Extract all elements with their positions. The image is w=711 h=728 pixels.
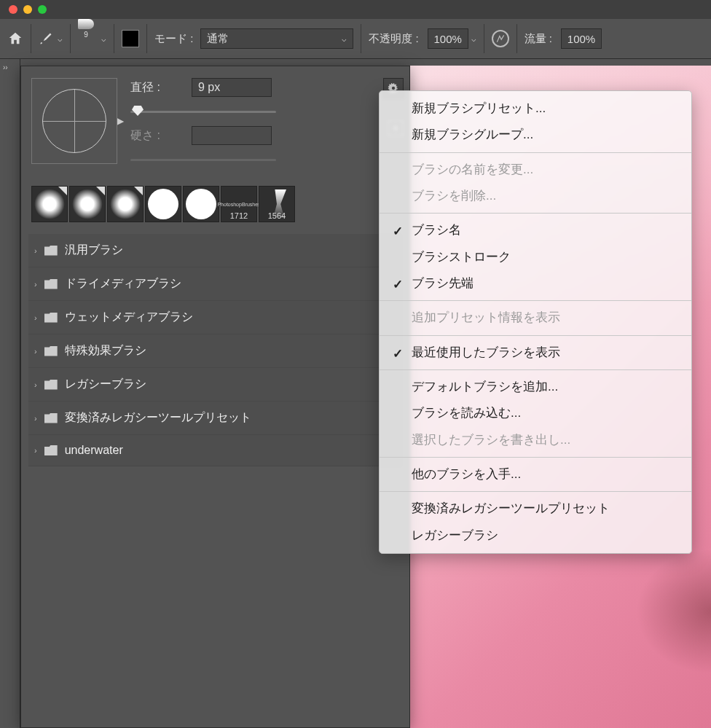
folder-icon [44, 279, 58, 289]
folder-icon [44, 313, 58, 323]
folder-label: underwater [65, 444, 123, 457]
close-window-button[interactable] [9, 5, 17, 14]
chevron-right-icon: › [34, 313, 37, 322]
folder-icon [44, 246, 58, 256]
recent-brushes-row: PhotoshopBrushes17121564 [21, 186, 409, 222]
chevron-right-icon: › [34, 280, 37, 289]
flyout-item-label: ブラシ名 [412, 223, 461, 237]
folder-label: ウェットメディアブラシ [65, 310, 193, 325]
flyout-menu-item[interactable]: デフォルトブラシを追加... [380, 374, 691, 400]
brush-folder-row[interactable]: ›レガシーブラシ [28, 368, 402, 402]
flyout-item-label: デフォルトブラシを追加... [412, 380, 558, 394]
brush-panel-flyout-menu: 新規ブラシプリセット...新規ブラシグループ...ブラシの名前を変更...ブラシ… [379, 90, 692, 554]
chevron-down-icon: ⌵ [342, 34, 347, 44]
chevron-right-icon: › [34, 414, 37, 423]
flyout-item-label: 追加プリセット情報を表示 [412, 310, 560, 324]
recent-brush-thumb[interactable]: PhotoshopBrushes1712 [221, 186, 257, 222]
folder-icon [44, 380, 58, 390]
check-icon: ✓ [393, 345, 403, 364]
flyout-menu-item: 追加プリセット情報を表示 [380, 305, 691, 331]
chevron-right-icon: › [34, 246, 37, 255]
folder-label: 汎用ブラシ [65, 243, 123, 258]
recent-brush-thumb[interactable] [31, 186, 68, 222]
flyout-menu-item: ブラシを削除... [380, 183, 691, 209]
minimize-window-button[interactable] [23, 5, 32, 14]
flyout-menu-item[interactable]: 他のブラシを入手... [380, 461, 691, 488]
recent-brush-thumb[interactable] [107, 186, 144, 222]
folder-label: 変換済みレガシーツールプリセット [65, 410, 251, 426]
blend-mode-value: 通常 [207, 32, 229, 46]
flyout-menu-item[interactable]: ✓ブラシ先端 [380, 270, 691, 297]
folder-label: 特殊効果ブラシ [65, 343, 146, 359]
canvas-content [624, 539, 711, 684]
flyout-menu-item[interactable]: ブラシを読み込む... [380, 400, 691, 426]
chevron-right-icon: › [34, 380, 37, 389]
diameter-slider[interactable] [130, 106, 276, 117]
flyout-item-label: 新規ブラシプリセット... [412, 101, 546, 115]
flyout-menu-item: ブラシの名前を変更... [380, 157, 691, 183]
flyout-menu-item[interactable]: ✓ブラシ名 [380, 217, 691, 243]
flyout-menu-item[interactable]: レガシーブラシ [380, 522, 691, 549]
flyout-item-label: ブラシを削除... [412, 189, 496, 203]
blend-mode-select[interactable]: 通常 ⌵ [200, 28, 353, 49]
opacity-label: 不透明度 : [361, 19, 425, 58]
folder-icon [44, 413, 58, 423]
flow-field[interactable]: 100% [561, 28, 602, 49]
brush-folder-row[interactable]: ›汎用ブラシ [28, 234, 402, 267]
flyout-item-label: ブラシを読み込む... [412, 406, 521, 420]
zoom-window-button[interactable] [38, 5, 47, 14]
titlebar [0, 0, 711, 19]
brush-tip-icon [78, 19, 94, 29]
folder-icon [44, 346, 58, 356]
flyout-menu-item[interactable]: 新規ブラシグループ... [380, 122, 691, 148]
hardness-label: 硬さ : [130, 128, 181, 144]
recent-brush-thumb[interactable] [145, 186, 181, 222]
hardness-slider[interactable] [130, 154, 276, 165]
tool-indicator[interactable]: ⌵ [31, 19, 70, 58]
chevron-down-icon: ⌵ [58, 34, 63, 44]
folder-icon [44, 445, 58, 455]
brush-folder-row[interactable]: ›ドライメディアブラシ [28, 267, 402, 301]
flyout-item-label: ブラシの名前を変更... [412, 163, 533, 176]
flyout-menu-item[interactable]: 変換済みレガシーツールプリセット [380, 496, 691, 522]
chevron-down-icon[interactable]: ⌵ [471, 34, 476, 44]
mode-label: モード : [147, 19, 200, 58]
flyout-item-label: 最近使用したブラシを表示 [412, 345, 560, 359]
brush-folder-row[interactable]: ›特殊効果ブラシ [28, 334, 402, 368]
home-button[interactable] [0, 19, 31, 58]
flyout-menu-item[interactable]: ブラシストローク [380, 244, 691, 270]
expand-dock-icon[interactable]: ›› [0, 59, 20, 76]
brush-tip-chevron[interactable]: ⌵ [101, 19, 114, 58]
brush-folder-list: ›汎用ブラシ›ドライメディアブラシ›ウェットメディアブラシ›特殊効果ブラシ›レガ… [28, 234, 402, 466]
check-icon: ✓ [393, 275, 403, 294]
brush-preset-panel: ▶ 直径 : 9 px 硬さ : ＋ PhotoshopBrushes17121… [20, 66, 410, 728]
pen-pressure-opacity-toggle[interactable] [484, 19, 516, 58]
flyout-item-label: ブラシストローク [412, 250, 511, 264]
brush-folder-row[interactable]: ›underwater [28, 435, 402, 466]
chevron-right-icon: › [34, 347, 37, 356]
flyout-menu-item[interactable]: 新規ブラシプリセット... [380, 95, 691, 122]
left-dock: ›› [0, 59, 20, 728]
flyout-item-label: 他のブラシを入手... [412, 467, 521, 481]
brush-tip-dropdown[interactable]: 9 [71, 19, 101, 58]
brush-folder-row[interactable]: ›変換済みレガシーツールプリセット [28, 402, 402, 435]
diameter-field[interactable]: 9 px [192, 78, 272, 97]
folder-label: レガシーブラシ [65, 377, 146, 392]
flyout-item-label: 新規ブラシグループ... [412, 128, 533, 141]
recent-brush-thumb[interactable] [183, 186, 219, 222]
flyout-item-label: 選択したブラシを書き出し... [412, 433, 570, 447]
flyout-item-label: レガシーブラシ [412, 528, 498, 542]
brush-folder-row[interactable]: ›ウェットメディアブラシ [28, 301, 402, 334]
opacity-field[interactable]: 100% [428, 28, 468, 49]
diameter-label: 直径 : [130, 80, 181, 95]
recent-brush-thumb[interactable] [69, 186, 106, 222]
flyout-menu-item[interactable]: ✓最近使用したブラシを表示 [380, 340, 691, 366]
options-bar: ⌵ 9 ⌵ モード : 通常 ⌵ 不透明度 : 100% ⌵ 流量 : 100% [0, 19, 711, 59]
brush-tip-size: 9 [84, 31, 88, 39]
recent-brush-thumb[interactable]: 1564 [259, 186, 295, 222]
folder-label: ドライメディアブラシ [65, 276, 181, 291]
color-swatch[interactable] [114, 19, 146, 58]
flyout-item-label: 変換済みレガシーツールプリセット [412, 501, 610, 515]
brush-angle-preview[interactable]: ▶ [31, 78, 117, 164]
hardness-field[interactable] [192, 126, 272, 145]
